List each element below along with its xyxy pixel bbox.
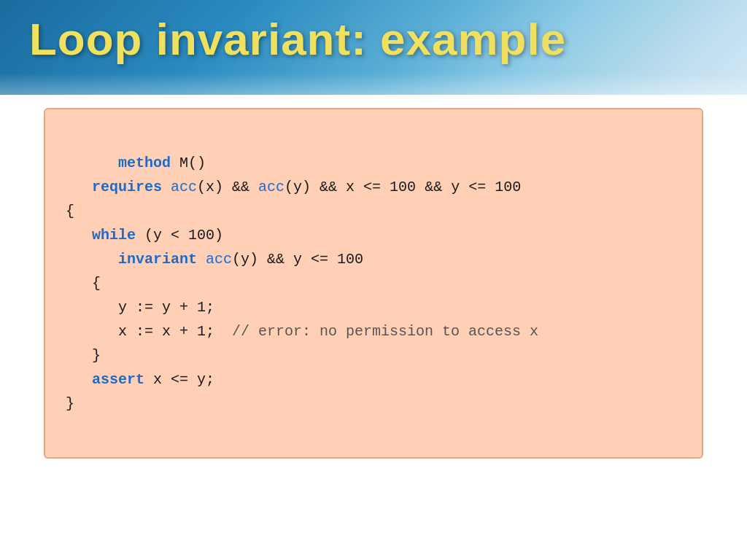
code-block: method M() requires acc(x) && acc(y) && … bbox=[66, 127, 681, 440]
code-box: method M() requires acc(x) && acc(y) && … bbox=[44, 108, 703, 459]
slide: Loop invariant: example method M() requi… bbox=[0, 0, 747, 560]
code-line-1: method M() requires acc(x) && acc(y) && … bbox=[66, 155, 538, 412]
slide-title: Loop invariant: example bbox=[29, 13, 566, 65]
